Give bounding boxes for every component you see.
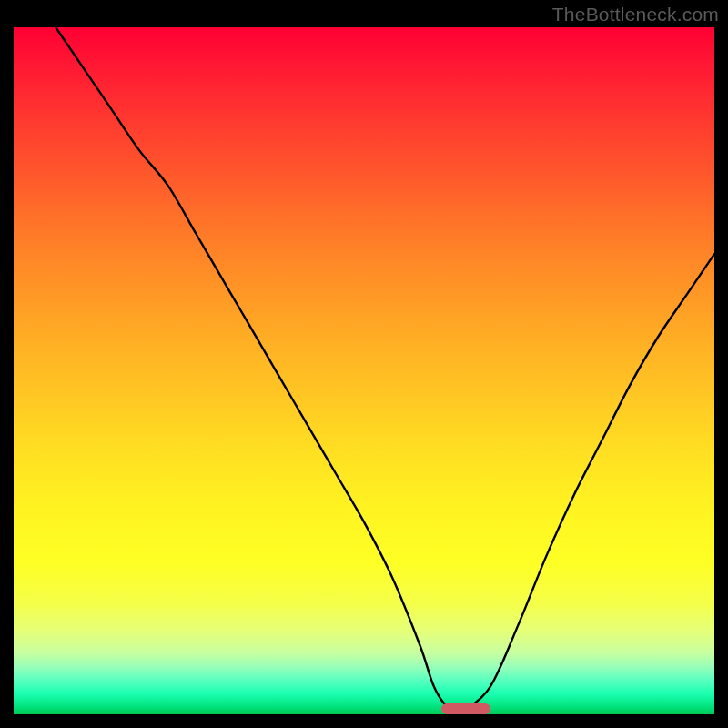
optimal-range-marker	[441, 703, 490, 714]
plot-area	[14, 27, 714, 714]
bottleneck-curve	[14, 27, 714, 714]
chart-frame: TheBottleneck.com	[0, 0, 728, 728]
credit-label: TheBottleneck.com	[552, 4, 719, 25]
